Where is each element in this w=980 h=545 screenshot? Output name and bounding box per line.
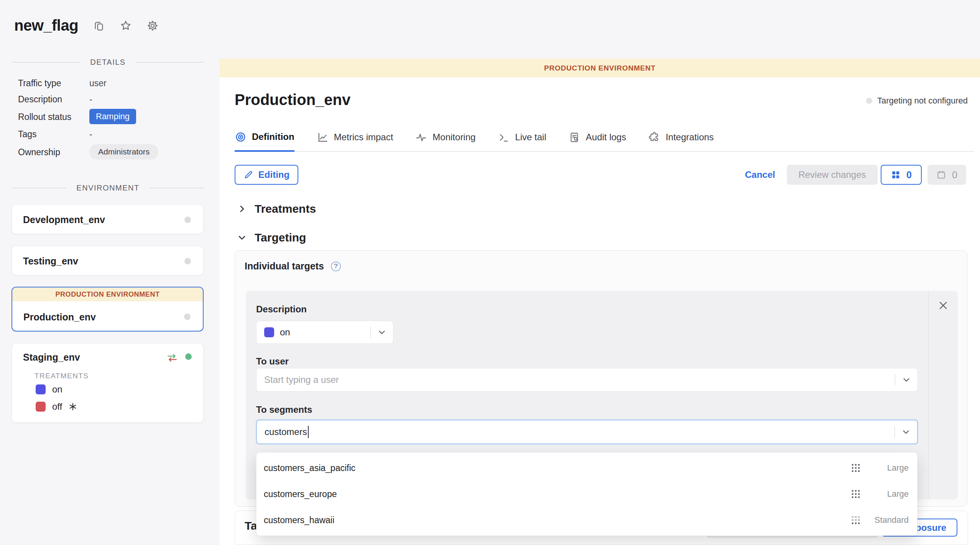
- env-status-dot: [184, 258, 191, 264]
- tab-integrations[interactable]: Integrations: [648, 130, 714, 151]
- targeting-status-text: Targeting not configured: [877, 96, 968, 106]
- help-icon[interactable]: [331, 261, 341, 271]
- select-divider: [370, 327, 371, 338]
- divider-line: [12, 62, 80, 62]
- large-segment-dots-icon: [850, 489, 861, 499]
- targeting-section-toggle[interactable]: Targeting: [237, 231, 306, 244]
- chevron-right-icon: [237, 204, 247, 214]
- production-environment-top-banner: PRODUCTION ENVIRONMENT: [220, 59, 980, 77]
- env-card-production[interactable]: PRODUCTION ENVIRONMENT Production_env: [12, 287, 204, 332]
- segments-dropdown: customers_asia_pacific Large customers_e…: [256, 452, 918, 536]
- description-field-label: Description: [256, 304, 307, 315]
- star-icon[interactable]: [120, 20, 132, 32]
- divider-line: [136, 62, 204, 62]
- segment-meta: Large: [850, 463, 909, 473]
- segment-name: customers_hawaii: [264, 515, 334, 525]
- segment-meta: Large: [850, 489, 909, 499]
- env-name: Production_env: [23, 312, 96, 323]
- segment-size: Large: [870, 463, 909, 473]
- treatments-section-toggle[interactable]: Treatments: [237, 202, 316, 215]
- segment-size: Large: [870, 489, 909, 499]
- editing-button[interactable]: Editing: [235, 165, 298, 185]
- changes-count-button[interactable]: 0: [881, 165, 922, 185]
- segment-option-europe[interactable]: customers_europe Large: [257, 482, 917, 506]
- text-caret: [308, 426, 309, 438]
- changes-count: 0: [906, 169, 912, 181]
- rollout-status-badge[interactable]: Ramping: [89, 109, 136, 124]
- env-card-testing[interactable]: Testing_env: [12, 246, 204, 276]
- editing-label: Editing: [258, 169, 289, 180]
- large-segment-dots-icon: [850, 463, 861, 473]
- env-status-dot: [184, 314, 191, 320]
- tab-audit-logs[interactable]: Audit logs: [569, 130, 626, 151]
- treatment-on-swatch: [36, 384, 46, 394]
- ownership-label: Ownership: [18, 147, 60, 158]
- tags-value: -: [89, 129, 92, 140]
- segment-option-asia-pacific[interactable]: customers_asia_pacific Large: [257, 456, 917, 480]
- traffic-type-value: user: [89, 78, 107, 89]
- default-treatment-asterisk-icon: [68, 402, 77, 411]
- env-card-staging[interactable]: Staging_env TREATMENTS on off: [12, 343, 204, 423]
- individual-targets-heading-row: Individual targets: [245, 261, 341, 272]
- treatment-on-swatch: [264, 327, 274, 337]
- description-value: -: [89, 94, 92, 105]
- treatment-select[interactable]: on: [256, 321, 393, 344]
- gear-icon[interactable]: [146, 20, 159, 32]
- chevron-down-icon[interactable]: [901, 427, 911, 437]
- chevron-down-icon[interactable]: [377, 327, 387, 338]
- environment-title: ENVIRONMENT: [66, 184, 149, 192]
- divider-line: [12, 188, 66, 188]
- scheduled-count-button[interactable]: 0: [927, 165, 966, 185]
- env-status-dot-active: [185, 353, 192, 360]
- target-icon: [235, 131, 247, 143]
- segment-meta: Standard: [850, 515, 909, 525]
- select-divider: [894, 426, 895, 438]
- flag-detail-screen: new_flag DETAILS Traffic type user Descr…: [0, 0, 980, 545]
- review-changes-button[interactable]: Review changes: [787, 165, 878, 185]
- to-user-input-wrap: [256, 368, 918, 392]
- targeting-status: Targeting not configured: [866, 96, 968, 106]
- env-status-dot: [184, 217, 191, 223]
- tab-live-tail[interactable]: Live tail: [498, 130, 546, 151]
- cancel-link[interactable]: Cancel: [745, 169, 775, 180]
- details-title: DETAILS: [80, 58, 135, 67]
- chevron-down-icon[interactable]: [901, 374, 912, 385]
- bottom-section-heading: Ta: [245, 519, 257, 532]
- ownership-pill[interactable]: Administrators: [89, 144, 158, 159]
- target-rule-card-right-column: [928, 291, 958, 499]
- puzzle-icon: [648, 131, 660, 143]
- treatment-off-label: off: [52, 401, 62, 412]
- sync-arrows-icon: [166, 352, 178, 363]
- tab-label: Audit logs: [586, 132, 626, 143]
- env-name: Testing_env: [23, 256, 78, 267]
- tab-label: Monitoring: [432, 132, 475, 143]
- targeting-section-title: Targeting: [255, 231, 306, 244]
- tab-label: Live tail: [515, 132, 546, 143]
- environment-section-header: ENVIRONMENT: [12, 184, 204, 192]
- segment-name: customers_asia_pacific: [264, 463, 355, 473]
- to-user-input[interactable]: [257, 374, 895, 385]
- scheduled-count: 0: [952, 169, 957, 181]
- tab-definition[interactable]: Definition: [235, 130, 294, 152]
- tab-metrics-impact[interactable]: Metrics impact: [317, 130, 393, 151]
- treatment-off-swatch: [36, 402, 46, 412]
- to-segments-label: To segments: [256, 404, 312, 415]
- pulse-icon: [415, 131, 427, 143]
- tab-monitoring[interactable]: Monitoring: [415, 130, 475, 151]
- treatment-row-off: off: [36, 401, 77, 412]
- exposure-button-label: posure: [916, 522, 946, 533]
- env-card-development[interactable]: Development_env: [12, 204, 204, 234]
- chart-icon: [317, 131, 329, 143]
- segment-name: customers_europe: [264, 489, 337, 499]
- treatment-row-on: on: [36, 384, 62, 395]
- env-name: Development_env: [23, 214, 105, 225]
- to-segments-input[interactable]: customers: [257, 426, 894, 438]
- close-icon[interactable]: [938, 300, 949, 311]
- tab-label: Definition: [252, 131, 294, 142]
- treatment-select-value: on: [280, 327, 370, 338]
- segment-option-hawaii[interactable]: customers_hawaii Standard: [257, 508, 917, 532]
- to-segments-value: customers: [265, 427, 307, 437]
- pencil-icon: [243, 170, 253, 180]
- copy-icon[interactable]: [93, 20, 105, 32]
- page-title: Production_env: [235, 91, 350, 108]
